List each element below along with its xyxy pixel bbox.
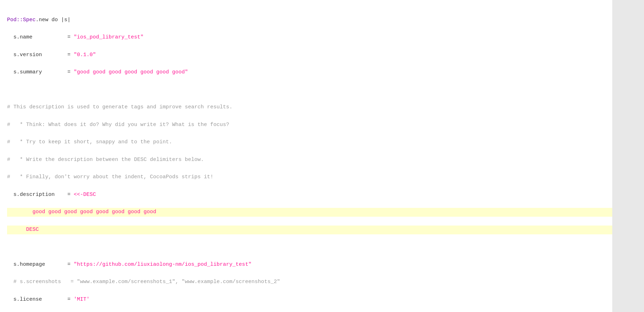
line-3: s.version = "0.1.0" [7,51,637,60]
line-blank-1 [7,86,637,95]
line-comment-5: # * Finally, don't worry about the inden… [7,173,637,182]
line-desc: s.description = <<-DESC [7,191,637,199]
line-homepage: s.homepage = "https://github.com/liuxiao… [7,260,637,269]
line-4: s.summary = "good good good good good go… [7,68,637,77]
line-license: s.license = 'MIT' [7,295,637,304]
right-panel [612,0,644,312]
line-blank-2 [7,243,637,252]
line-comment-2: # * Think: What does it do? Why did you … [7,121,637,130]
line-desc-end: DESC [7,226,637,234]
line-1: Pod::Spec.new do |s| [7,16,637,25]
line-comment-1: # This description is used to generate t… [7,103,637,112]
code-block: Pod::Spec.new do |s| s.name = "ios_pod_l… [7,7,637,312]
line-desc-content: good good good good good good good good [7,208,637,217]
editor-container: Pod::Spec.new do |s| s.name = "ios_pod_l… [0,0,644,312]
line-2: s.name = "ios_pod_library_test" [7,33,637,42]
line-comment-4: # * Write the description between the DE… [7,156,637,164]
line-screenshots: # s.screenshots = "www.example.com/scree… [7,278,637,287]
line-comment-3: # * Try to keep it short, snappy and to … [7,138,637,147]
